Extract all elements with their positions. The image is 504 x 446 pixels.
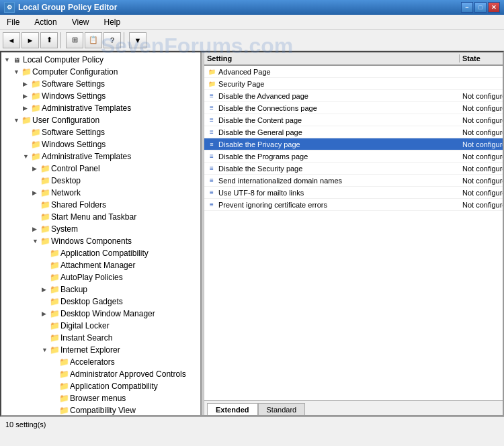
tree-app-compat-1[interactable]: 📁 Application Compatibility [1, 247, 200, 259]
folder-ap: 📁 [50, 273, 59, 282]
tree-am-label: Attachment Manager [60, 261, 135, 270]
folder-dl: 📁 [50, 321, 59, 330]
row-state: Not configured [460, 165, 503, 173]
tree-sw-settings-2[interactable]: 📁 Software Settings [1, 126, 200, 138]
tree-backup[interactable]: ▶ 📁 Backup [1, 283, 200, 296]
help-button[interactable]: ? [103, 32, 121, 48]
tree-shared-folders[interactable]: 📁 Shared Folders [1, 199, 200, 211]
expand-ie: ▼ [42, 347, 50, 353]
table-row[interactable]: ≡ Send internationalized domain names No… [204, 175, 503, 187]
row-setting-text: Disable the Content page [218, 116, 302, 124]
table-row[interactable]: ≡ Disable the Programs page Not configur… [204, 150, 503, 163]
table-row[interactable]: ≡ Disable the Security page Not configur… [204, 163, 503, 175]
tree-root[interactable]: ▼ 🖥 Local Computer Policy [1, 54, 200, 66]
folder-comp-config: 📁 [22, 67, 31, 77]
expand-at1: ▶ [23, 105, 31, 112]
tree-autoplay[interactable]: 📁 AutoPlay Policies [1, 271, 200, 283]
tree-pane: ▼ 🖥 Local Computer Policy ▼ 📁 Computer C… [1, 52, 202, 415]
expand-wc: ▼ [32, 238, 40, 244]
tree-admin-templates-1[interactable]: ▶ 📁 Administrative Templates [1, 102, 200, 114]
tree-win-settings-1[interactable]: ▶ 📁 Windows Settings [1, 90, 200, 102]
view-tabs: Extended Standard [204, 400, 503, 415]
row-setting: ≡ Disable the Advanced page [204, 91, 460, 101]
table-header: Setting State Comment [204, 52, 503, 66]
tree-desktop-wm[interactable]: ▶ 📁 Desktop Window Manager [1, 308, 200, 320]
expand-sf [32, 202, 40, 208]
row-setting: ≡ Prevent ignoring certificate errors [204, 200, 460, 210]
tree-sm-label: Start Menu and Taskbar [51, 212, 136, 222]
tree-win-settings-2[interactable]: 📁 Windows Settings [1, 138, 200, 150]
table-row-selected[interactable]: ≡ Disable the Privacy page Not configure… [204, 138, 503, 150]
row-setting: ≡ Disable the Content page [204, 116, 460, 125]
up-button[interactable]: ⬆ [40, 32, 58, 48]
tree-user-config-label: User Configuration [32, 116, 99, 125]
tree-desktop-gadgets[interactable]: 📁 Desktop Gadgets [1, 296, 200, 308]
menu-action[interactable]: Action [30, 16, 60, 28]
tree-desktop[interactable]: 📁 Desktop [1, 175, 200, 187]
folder-system: 📁 [40, 224, 50, 234]
policy-row-icon: ≡ [207, 103, 216, 113]
tree-sw-settings-1[interactable]: ▶ 📁 Software Settings [1, 78, 200, 90]
tree-internet-explorer[interactable]: ▼ 📁 Internet Explorer [1, 344, 200, 356]
window-controls: − □ ✕ [461, 2, 500, 13]
policy-row-icon: ≡ [207, 116, 216, 125]
tree-user-config[interactable]: ▼ 📁 User Configuration [1, 114, 200, 126]
row-setting-text: Disable the General page [218, 128, 302, 136]
table-row[interactable]: ≡ Disable the Advanced page Not configur… [204, 90, 503, 102]
table-row[interactable]: 📁 Security Page [204, 78, 503, 90]
forward-button[interactable]: ► [22, 32, 39, 48]
menu-help[interactable]: Help [100, 16, 125, 28]
tree-start-menu[interactable]: 📁 Start Menu and Taskbar [1, 211, 200, 223]
tab-standard[interactable]: Standard [258, 403, 306, 415]
show-hide-button[interactable]: ⊞ [66, 32, 83, 48]
close-button[interactable]: ✕ [488, 2, 500, 13]
menu-view[interactable]: View [68, 16, 93, 28]
row-setting-text: Send internationalized domain names [218, 177, 342, 185]
content-pane: Setting State Comment 📁 Advanced Page [204, 52, 503, 415]
policy-row-icon: ≡ [207, 200, 216, 210]
row-setting-text: Use UTF-8 for mailto links [218, 189, 304, 197]
tree-ac1-label: Application Compatibility [60, 249, 149, 258]
folder-user-config: 📁 [22, 116, 31, 125]
tree-control-panel[interactable]: ▶ 📁 Control Panel [1, 163, 200, 175]
folder-desktop: 📁 [40, 176, 50, 185]
table-row[interactable]: ≡ Prevent ignoring certificate errors No… [204, 199, 503, 211]
settings-table: 📁 Advanced Page 📁 Security Page [204, 66, 503, 400]
maximize-button[interactable]: □ [474, 2, 487, 13]
tree-system[interactable]: ▶ 📁 System [1, 223, 200, 235]
tree-compat-view[interactable]: 📁 Compatibility View [1, 404, 200, 415]
policy-row-icon: ≡ [207, 152, 216, 161]
table-row[interactable]: ≡ Use UTF-8 for mailto links Not configu… [204, 187, 503, 199]
tree-app-compat-2[interactable]: 📁 Application Compatibility [1, 380, 200, 392]
expand-am [42, 262, 50, 269]
tree-accelerators[interactable]: 📁 Accelerators [1, 356, 200, 368]
table-row[interactable]: ≡ Disable the Connections page Not confi… [204, 102, 503, 114]
table-row[interactable]: ≡ Disable the General page Not configure… [204, 126, 503, 138]
tree-network[interactable]: ▶ 📁 Network [1, 187, 200, 199]
tree-win-components[interactable]: ▼ 📁 Windows Components [1, 235, 200, 247]
minimize-button[interactable]: − [461, 2, 473, 13]
back-button[interactable]: ◄ [3, 32, 20, 48]
row-state: Not configured [460, 201, 503, 209]
row-setting-text: Security Page [218, 80, 264, 88]
tree-browser-menus[interactable]: 📁 Browser menus [1, 392, 200, 404]
table-row[interactable]: 📁 Advanced Page [204, 66, 503, 78]
folder-acc: 📁 [59, 357, 69, 367]
tab-extended[interactable]: Extended [207, 403, 258, 415]
tree-digital-locker[interactable]: 📁 Digital Locker [1, 320, 200, 332]
tree-admin-templates-2[interactable]: ▼ 📁 Administrative Templates [1, 150, 200, 163]
menu-file[interactable]: File [3, 16, 24, 28]
tree-computer-config[interactable]: ▼ 📁 Computer Configuration [1, 66, 200, 78]
menu-bar: File Action View Help [0, 15, 504, 30]
expand-sw1: ▶ [23, 81, 31, 87]
tree-attachment-mgr[interactable]: 📁 Attachment Manager [1, 259, 200, 271]
tree-instant-search[interactable]: 📁 Instant Search [1, 332, 200, 344]
expand-network: ▶ [32, 189, 40, 196]
table-row[interactable]: ≡ Disable the Content page Not configure… [204, 114, 503, 126]
row-state: Not configured [460, 128, 503, 136]
tree-admin-approved[interactable]: 📁 Administrator Approved Controls [1, 368, 200, 380]
properties-button[interactable]: 📋 [85, 32, 102, 48]
expand-backup: ▶ [42, 286, 50, 293]
filter-button[interactable]: ▼ [129, 32, 146, 48]
expand-ws1: ▶ [23, 93, 31, 99]
